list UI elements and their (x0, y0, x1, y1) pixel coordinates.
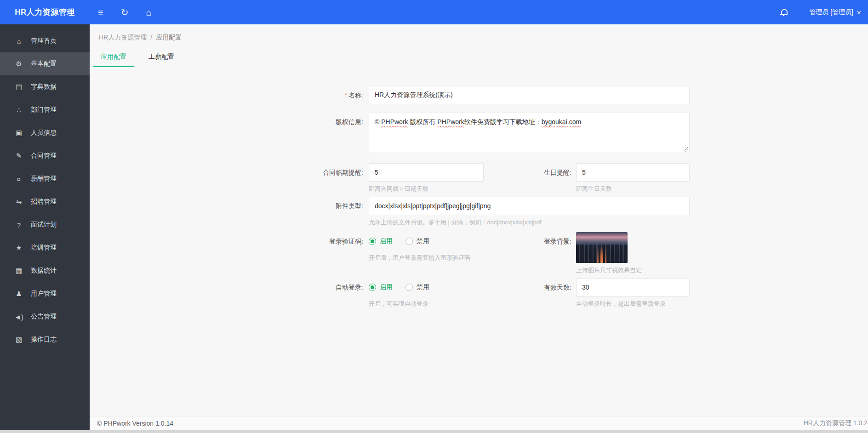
sidebar-item-label: 操作日志 (31, 336, 57, 344)
copyright-textarea[interactable]: © PHPwork 版权所有 PHPwork软件免费版学习下载地址：bygouk… (369, 113, 690, 153)
bell-icon[interactable] (780, 8, 788, 17)
sidebar-item-label: 面试计划 (31, 221, 57, 229)
graduation-cap-icon: ★ (14, 244, 24, 252)
radio-label: 禁用 (417, 283, 429, 291)
home-icon: ⌂ (14, 37, 24, 45)
resize-grip-icon[interactable] (684, 147, 688, 152)
sitemap-icon: ∴ (14, 106, 24, 114)
sidebar-item-label: 招聘管理 (31, 198, 57, 206)
login-bg-label: 登录背景: (484, 232, 576, 251)
auto-login-radio-group: 启用 禁用 (369, 278, 484, 296)
radio-label: 启用 (380, 283, 393, 291)
sidebar-item-statistics[interactable]: ▦ 数据统计 (0, 259, 90, 282)
sidebar-item-departments[interactable]: ∴ 部门管理 (0, 98, 90, 121)
sidebar-item-operation-log[interactable]: ▧ 操作日志 (0, 328, 90, 351)
captcha-label: 登录验证码: (90, 232, 369, 251)
copyright-text: PHPwork (437, 118, 464, 125)
home-icon[interactable]: ⌂ (146, 8, 151, 17)
name-input[interactable] (369, 86, 690, 104)
sidebar-item-salary[interactable]: ¤ 薪酬管理 (0, 167, 90, 190)
user-name: 管理员 [管理员] (809, 8, 853, 17)
login-bg-hint: 上传图片尺寸视效果自定 (576, 266, 642, 274)
sidebar-item-label: 人员信息 (31, 129, 57, 137)
sidebar-item-basic-config[interactable]: ⚙ 基本配置 (0, 52, 90, 75)
breadcrumb-separator: / (150, 34, 152, 42)
app-config-form: *名称: 版权信息: © PHPwork 版权所有 PHPwork软件免费版学习… (90, 67, 868, 308)
auto-login-hint: 开启，可实现自动登录 (369, 300, 484, 308)
captcha-radio-disable[interactable]: 禁用 (405, 237, 429, 245)
birthday-remind-input[interactable] (576, 163, 690, 182)
sidebar-item-contracts[interactable]: ✎ 合同管理 (0, 144, 90, 167)
pen-icon: ✎ (14, 152, 24, 160)
breadcrumb-root[interactable]: HR人力资源管理 (99, 34, 147, 42)
topbar: HR人力资源管理 ≡ ↻ ⌂ 管理员 [管理员] ∨ (0, 0, 868, 24)
copyright-label: 版权信息: (90, 113, 369, 131)
name-label: *名称: (90, 86, 369, 104)
required-asterisk: * (345, 91, 347, 99)
user-menu[interactable]: 管理员 [管理员] ∨ (809, 8, 861, 17)
login-background-thumbnail[interactable] (576, 232, 628, 263)
sidebar-item-recruitment[interactable]: ⇋ 招聘管理 (0, 190, 90, 213)
book-icon: ▤ (14, 83, 24, 91)
radio-label: 禁用 (417, 237, 429, 245)
radio-unselected-icon (405, 238, 413, 245)
valid-days-hint: 自动登录时长，超出后需重新登录 (576, 300, 690, 308)
copyright-text: 版权所有 (408, 118, 438, 125)
horizontal-scrollbar[interactable] (0, 430, 868, 433)
sidebar-item-label: 薪酬管理 (31, 175, 57, 183)
tab-salary-config[interactable]: 工薪配置 (148, 49, 175, 67)
auto-login-radio-enable[interactable]: 启用 (369, 283, 393, 291)
sidebar-item-dashboard[interactable]: ⌂ 管理首页 (0, 29, 90, 52)
sidebar-item-users[interactable]: ♟ 用户管理 (0, 282, 90, 305)
city-skyline-graphic (576, 245, 628, 263)
captcha-hint: 开启后，用户登录需要输入图形验证码 (369, 254, 484, 262)
radio-label: 启用 (380, 237, 393, 245)
sidebar-item-training[interactable]: ★ 培训管理 (0, 236, 90, 259)
valid-days-label: 有效天数: (484, 278, 576, 296)
log-icon: ▧ (14, 336, 24, 344)
collapse-menu-icon[interactable]: ≡ (98, 8, 103, 17)
copyright-text: PHPwork (381, 118, 408, 125)
bar-chart-icon: ▦ (14, 267, 24, 275)
sidebar-item-label: 培训管理 (31, 244, 57, 252)
attachment-type-input[interactable] (369, 197, 690, 215)
captcha-radio-enable[interactable]: 启用 (369, 237, 393, 245)
sidebar-item-announcements[interactable]: ◄) 公告管理 (0, 305, 90, 328)
idcard-icon: ▣ (14, 129, 24, 137)
sidebar-item-personnel[interactable]: ▣ 人员信息 (0, 121, 90, 144)
radio-selected-icon (369, 238, 376, 245)
auto-login-label: 自动登录: (90, 278, 369, 296)
footer-version: © PHPwork Version 1.0.14 (90, 420, 173, 427)
sidebar-item-label: 基本配置 (31, 60, 57, 68)
captcha-radio-group: 启用 禁用 (369, 232, 484, 251)
contract-remind-hint: 距离合同截止日期天数 (369, 185, 484, 193)
valid-days-input[interactable] (576, 278, 690, 296)
refresh-icon[interactable]: ↻ (121, 8, 129, 17)
sidebar-item-label: 字典数据 (31, 83, 57, 91)
speaker-icon: ◄) (14, 313, 24, 321)
chevron-down-icon: ∨ (856, 9, 862, 15)
breadcrumb: HR人力资源管理 / 应用配置 (90, 24, 868, 42)
sidebar-item-label: 公告管理 (31, 313, 57, 321)
footer-app-version: HR人力资源管理 1.0.2 (804, 419, 868, 427)
attachment-type-hint: 允许上传的文件后缀。多个用 | 分隔，例如：doc|docx|xlsx|xls|… (369, 218, 690, 227)
tab-bar: 应用配置 工薪配置 (90, 49, 868, 67)
sidebar-item-label: 管理首页 (31, 37, 57, 45)
auto-login-radio-disable[interactable]: 禁用 (405, 283, 429, 291)
radio-unselected-icon (405, 284, 413, 291)
main-content: HR人力资源管理 / 应用配置 应用配置 工薪配置 *名称: 版权信息: © P… (90, 24, 868, 433)
question-icon: ? (14, 221, 24, 229)
radio-selected-icon (369, 284, 376, 291)
money-icon: ¤ (14, 175, 24, 183)
tab-app-config[interactable]: 应用配置 (100, 49, 127, 67)
sidebar-item-label: 部门管理 (31, 106, 57, 114)
user-icon: ♟ (14, 290, 24, 298)
copyright-text: 软件免费版学习下载地址： (464, 118, 542, 125)
contract-remind-label: 合同临期提醒: (90, 163, 369, 182)
copyright-text: bygoukai.com (542, 118, 581, 125)
contract-remind-input[interactable] (369, 163, 484, 182)
sidebar-item-interview-plan[interactable]: ? 面试计划 (0, 213, 90, 236)
sidebar-item-dictionary[interactable]: ▤ 字典数据 (0, 75, 90, 98)
sidebar-item-label: 用户管理 (31, 290, 57, 298)
birthday-remind-label: 生日提醒: (484, 163, 576, 182)
